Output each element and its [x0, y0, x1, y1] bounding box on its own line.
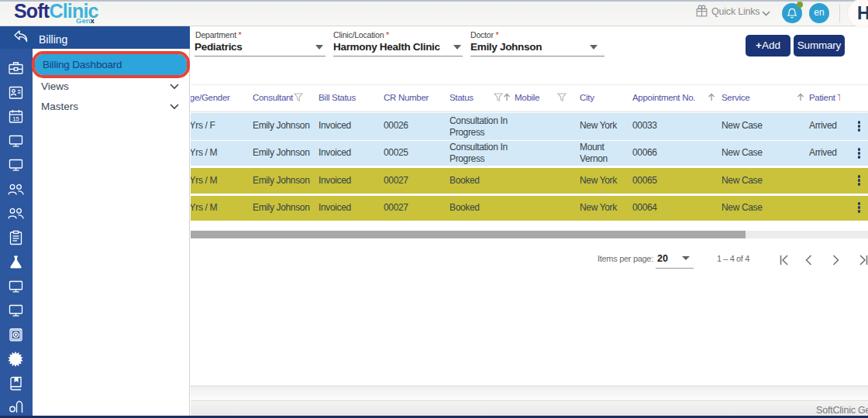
svg-text:15: 15 — [12, 115, 19, 122]
